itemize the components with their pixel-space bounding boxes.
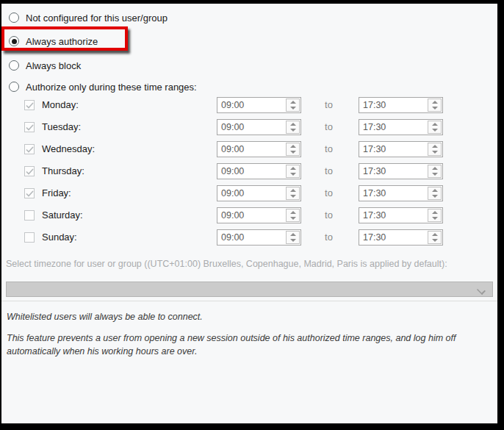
spinner-up-button[interactable] (428, 232, 441, 237)
day-checkbox[interactable] (24, 144, 35, 154)
day-rows: Monday: to Tuesday: to (1, 94, 497, 248)
arrow-down-icon (290, 195, 296, 198)
arrow-down-icon (432, 107, 438, 110)
start-time-spinner (286, 98, 300, 112)
time-restrictions-panel: Not configured for this user/group Alway… (1, 4, 497, 423)
spinner-up-button[interactable] (428, 99, 441, 105)
arrow-up-icon (432, 101, 438, 104)
spinner-up-button[interactable] (287, 209, 299, 215)
arrow-down-icon (290, 129, 296, 132)
radio-option-label: Authorize only during these time ranges: (26, 82, 197, 93)
spinner-down-button[interactable] (428, 105, 441, 111)
spinner-down-button[interactable] (287, 127, 299, 133)
to-label: to (312, 204, 345, 226)
radio-option-label: Not configured for this user/group (26, 12, 168, 24)
day-checkbox[interactable] (24, 232, 35, 243)
end-time-spinner (428, 209, 442, 222)
screenshot-frame: Not configured for this user/group Alway… (0, 0, 504, 430)
chevron-down-icon (478, 286, 485, 293)
to-label: to (312, 226, 345, 248)
day-label: Sunday: (42, 226, 77, 248)
timezone-label: Select timezone for user or group ((UTC+… (6, 259, 491, 269)
timezone-select[interactable] (6, 282, 493, 297)
day-row-thursday: Thursday: to (1, 160, 497, 182)
radio-option-authorize-only-during-these-time-ranges[interactable]: Authorize only during these time ranges: (9, 79, 197, 94)
spinner-down-button[interactable] (428, 193, 441, 199)
spinner-up-button[interactable] (287, 232, 299, 237)
arrow-up-icon (432, 189, 438, 192)
arrow-up-icon (290, 123, 296, 126)
arrow-up-icon (290, 167, 296, 170)
spinner-up-button[interactable] (287, 143, 299, 149)
spinner-up-button[interactable] (287, 165, 299, 171)
radio-button-icon[interactable] (9, 60, 19, 71)
day-row-monday: Monday: to (1, 94, 497, 116)
spinner-up-button[interactable] (428, 121, 441, 127)
to-label: to (312, 94, 345, 116)
arrow-down-icon (432, 151, 438, 154)
spinner-up-button[interactable] (428, 165, 441, 171)
radio-option-label: Always authorize (26, 36, 98, 47)
spinner-down-button[interactable] (428, 171, 441, 177)
spinner-up-button[interactable] (428, 143, 441, 149)
arrow-down-icon (432, 129, 438, 132)
arrow-down-icon (432, 239, 438, 242)
spinner-down-button[interactable] (287, 237, 299, 243)
note-whitelist: Whitelisted users will always be able to… (7, 310, 488, 323)
arrow-down-icon (290, 173, 296, 176)
day-checkbox[interactable] (24, 210, 35, 221)
spinner-down-button[interactable] (287, 193, 299, 199)
arrow-up-icon (432, 211, 438, 214)
spinner-up-button[interactable] (428, 187, 441, 193)
end-time-spinner (428, 143, 442, 156)
arrow-down-icon (290, 151, 296, 154)
arrow-up-icon (290, 189, 296, 192)
day-row-friday: Friday: to (1, 182, 497, 204)
spinner-down-button[interactable] (287, 105, 299, 111)
spinner-up-button[interactable] (287, 121, 299, 127)
arrow-down-icon (290, 239, 296, 242)
spinner-down-button[interactable] (428, 215, 441, 221)
arrow-up-icon (290, 211, 296, 214)
to-label: to (312, 138, 345, 160)
day-label: Friday: (42, 182, 71, 204)
day-checkbox[interactable] (24, 188, 35, 198)
spinner-down-button[interactable] (287, 171, 299, 177)
radio-option-always-authorize[interactable]: Always authorize (9, 34, 98, 49)
spinner-down-button[interactable] (428, 149, 441, 155)
spinner-down-button[interactable] (428, 237, 441, 243)
to-label: to (312, 160, 345, 182)
arrow-down-icon (432, 217, 438, 220)
day-label: Thursday: (42, 160, 84, 182)
day-checkbox[interactable] (24, 166, 35, 176)
arrow-up-icon (290, 101, 296, 104)
end-time-spinner (428, 231, 442, 244)
radio-button-icon[interactable] (9, 12, 19, 23)
spinner-down-button[interactable] (287, 149, 299, 155)
radio-button-icon[interactable] (9, 36, 19, 46)
start-time-spinner (286, 231, 300, 244)
day-row-wednesday: Wednesday: to (1, 138, 497, 160)
spinner-down-button[interactable] (428, 127, 441, 133)
arrow-down-icon (290, 217, 296, 220)
start-time-spinner (286, 121, 300, 134)
arrow-up-icon (432, 233, 438, 236)
radio-button-icon[interactable] (9, 82, 19, 92)
spinner-up-button[interactable] (428, 209, 441, 215)
spinner-down-button[interactable] (287, 215, 299, 221)
radio-option-label: Always block (26, 60, 81, 71)
spinner-up-button[interactable] (287, 99, 299, 105)
day-checkbox[interactable] (24, 122, 35, 132)
arrow-up-icon (432, 167, 438, 170)
radio-option-always-block[interactable]: Always block (9, 58, 81, 73)
radio-option-not-configured-for-this-user-group[interactable]: Not configured for this user/group (9, 10, 168, 25)
day-label: Monday: (42, 94, 79, 116)
start-time-spinner (286, 187, 300, 200)
spinner-up-button[interactable] (287, 187, 299, 193)
day-label: Tuesday: (42, 116, 81, 138)
day-checkbox[interactable] (24, 100, 35, 110)
section-divider (1, 301, 497, 301)
note-feature-description: This feature prevents a user from openin… (7, 332, 488, 358)
end-time-spinner (428, 187, 442, 200)
arrow-down-icon (432, 195, 438, 198)
